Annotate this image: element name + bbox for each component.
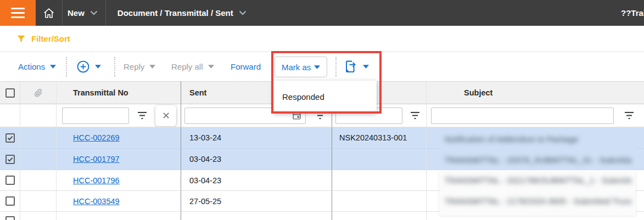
row-checkbox[interactable] [5,176,15,185]
chevron-down-icon [50,65,56,69]
chevron-down-icon [314,65,320,69]
row-checkbox[interactable] [5,216,15,220]
project-name-truncated: ??Train [621,0,644,26]
mark-as-button[interactable]: Mark as [275,57,327,77]
toolbar-divider [335,57,337,77]
topbar-divider [62,0,63,26]
new-menu[interactable]: New [68,8,85,18]
reference-value: NSK20240313-001 [339,133,407,142]
home-icon[interactable] [36,0,62,26]
filter-lines-icon[interactable] [624,111,635,120]
subject-cell-blurred: Notification of Addendum to Package [445,135,579,144]
transmittal-link[interactable]: HCC-002269 [73,133,120,142]
create-button[interactable] [76,52,101,81]
menu-item-responded[interactable]: Responded [273,81,377,113]
topbar-divider [105,0,106,26]
subject-cell-blurred: TRANSMITTAL - 2178/2020-3605 - Submitted… [445,197,631,206]
top-navigation-bar: New Document / Transmittal / Sent ??Trai… [0,0,644,26]
filter-funnel-icon [16,35,26,43]
column-header-subject[interactable]: Subject [464,88,492,97]
mark-as-dropdown-menu: Responded [273,81,377,113]
subject-redacted-overlay-selected: Notification of Addendum to Package TRAN… [439,132,635,170]
breadcrumb[interactable]: Document / Transmittal / Sent [117,8,233,18]
chevron-down-icon [363,65,369,69]
column-header-transmittal-no[interactable]: Transmittal No [73,88,128,97]
filter-sort-bar: Filter/Sort [0,26,644,52]
chevron-down-icon [208,65,214,69]
column-header-sent[interactable]: Sent [189,88,206,97]
sent-date: 27-05-25 [189,197,221,206]
chevron-down-icon [95,65,101,69]
chevron-down-icon[interactable] [239,10,247,15]
toolbar-divider [66,57,67,77]
row-checkbox[interactable] [5,196,15,206]
toolbar-divider [114,57,115,77]
row-checkbox-checked[interactable] [5,155,15,164]
subject-cell-blurred: TRANSMITTAL - 20376_SUBMITTAL_01 - Submi… [445,156,631,165]
filter-lines-icon[interactable] [137,111,148,120]
select-all-checkbox[interactable] [5,88,15,98]
paperclip-icon [33,88,43,98]
reply-all-button[interactable]: Reply all [171,52,214,81]
transmittal-no-filter-input[interactable] [62,108,129,124]
filter-lines-icon[interactable] [410,111,421,120]
app-window: New Document / Transmittal / Sent ??Trai… [0,0,644,220]
subject-filter-input[interactable] [431,108,614,124]
home-icon-glyph [43,7,55,19]
chevron-down-icon [149,65,155,69]
sent-date: 03-04-23 [189,155,221,163]
send-transmittal-button[interactable] [343,52,369,81]
add-circle-icon [76,60,90,74]
chevron-down-icon[interactable] [90,10,98,15]
forward-button[interactable]: Forward [231,52,261,81]
filter-sort-link[interactable]: Filter/Sort [31,34,70,43]
clear-filter-button[interactable] [155,105,176,126]
subject-redacted-overlay: TRANSMITTAL - 2021786/SUBMITTAL_1 - Subm… [439,171,636,216]
transmittal-link[interactable]: HCC-001796 [73,176,120,185]
sent-date: 13-03-24 [189,133,221,142]
row-checkbox-checked[interactable] [5,133,15,143]
forward-document-icon [343,59,358,74]
clear-filter-icon [162,111,170,120]
hamburger-menu-icon[interactable] [0,0,36,26]
reply-button[interactable]: Reply [124,52,155,81]
transmittal-link[interactable]: HCC-001797 [73,155,120,163]
subject-cell-blurred: TRANSMITTAL - 2021786/SUBMITTAL_1 - Subm… [445,176,631,185]
transmittal-link[interactable]: HCC-003549 [73,197,120,206]
sent-date: 03-04-23 [189,176,221,185]
actions-button[interactable]: Actions [18,52,56,81]
